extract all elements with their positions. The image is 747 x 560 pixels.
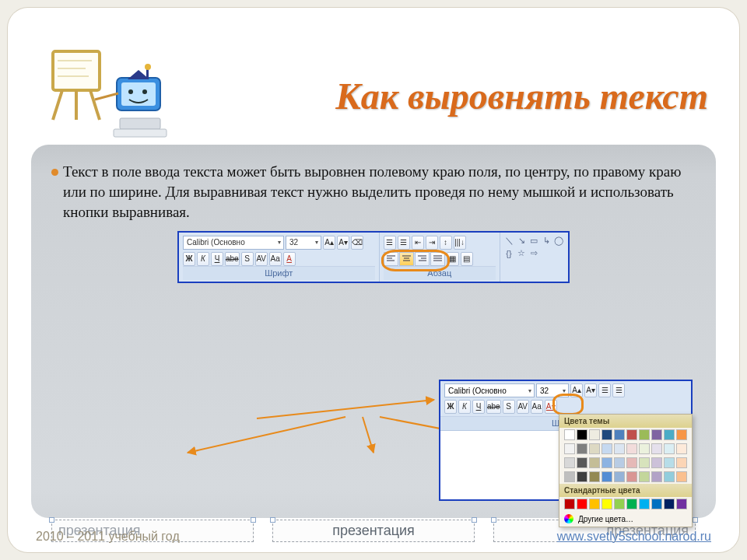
shape-arrow-icon[interactable]: ↘ xyxy=(516,236,527,247)
color-swatch[interactable] xyxy=(564,499,575,509)
columns-button[interactable]: ▦ xyxy=(447,252,459,266)
shadow-button[interactable]: S xyxy=(241,252,254,266)
footer-year: 2010 – 2011 учебный год xyxy=(36,530,180,544)




mini-shadow[interactable]: S xyxy=(503,400,515,414)
bullet-dot-icon xyxy=(51,169,58,176)
word-ribbon-screenshot: Calibri (Основно 32 A▴ A▾ ⌫ Ж К Ч abe S … xyxy=(177,231,570,283)
mini-underline[interactable]: Ч xyxy=(472,400,485,414)
grow-font-button[interactable]: A▴ xyxy=(323,236,335,250)
mini-spacing[interactable]: AV xyxy=(517,400,529,414)
shapes-group: ＼ ↘ ▭ ↳ ◯ {} ☆ ⇨ xyxy=(500,233,568,282)
slide-header: Как выровнять текст xyxy=(8,8,739,142)
svg-rect-11 xyxy=(146,68,149,79)
color-swatch[interactable] xyxy=(601,429,612,440)
color-swatch[interactable] xyxy=(577,499,587,509)
bullet-1-text: Текст в поле ввода текста может быть выр… xyxy=(63,162,696,223)
slide-title: Как выровнять текст xyxy=(335,75,708,117)
mini-size-combo[interactable]: 32 xyxy=(536,383,569,397)
mini-case[interactable]: Aa xyxy=(531,400,543,414)
align-left-button[interactable] xyxy=(384,252,398,266)
color-swatch[interactable] xyxy=(651,429,662,440)
indent-inc-button[interactable]: ⇥ xyxy=(426,236,438,250)
mini-grow-font[interactable]: A▴ xyxy=(570,383,583,397)
clear-format-button[interactable]: ⌫ xyxy=(351,236,363,250)
color-header-standard: Стандартные цвета xyxy=(559,484,692,497)
shape-oval-icon[interactable]: ◯ xyxy=(553,236,564,247)
char-spacing-button[interactable]: AV xyxy=(255,252,268,266)
color-swatch[interactable] xyxy=(626,429,637,440)
change-case-button[interactable]: Aa xyxy=(269,252,282,266)
footer-link[interactable]: www.svetly5school.narod.ru xyxy=(557,530,711,544)
color-swatch[interactable] xyxy=(651,499,662,509)
italic-button[interactable]: К xyxy=(197,252,209,266)
color-swatch[interactable] xyxy=(614,429,625,440)
slide-footer: 2010 – 2011 учебный год www.svetly5schoo… xyxy=(8,521,739,552)
mini-screenshot: Calibri (Основно 32 A▴ A▾ ☰ ☰ Ж К Ч abe … xyxy=(439,380,693,501)
theme-shades-2 xyxy=(559,456,692,470)
teacher-clipart xyxy=(47,45,171,146)
color-swatch[interactable] xyxy=(664,429,675,440)
color-swatch[interactable] xyxy=(564,429,575,440)
svg-rect-0 xyxy=(53,51,100,90)
bold-button[interactable]: Ж xyxy=(183,252,195,266)
mini-strike[interactable]: abe xyxy=(486,400,501,414)
color-swatch[interactable] xyxy=(664,499,675,509)
bullets-button[interactable]: ☰ xyxy=(384,236,396,250)
mini-numbering[interactable]: ☰ xyxy=(612,383,625,397)
line-spacing-button[interactable]: ↕ xyxy=(440,236,452,250)
color-swatch[interactable] xyxy=(589,499,600,509)
color-swatch[interactable] xyxy=(639,429,650,440)
slide-body: Текст в поле ввода текста может быть выр… xyxy=(31,145,716,518)
standard-color-row xyxy=(559,497,692,511)
shrink-font-button[interactable]: A▾ xyxy=(337,236,349,250)
shape-rect-icon[interactable]: ▭ xyxy=(528,236,539,247)
svg-rect-14 xyxy=(114,129,167,137)
mini-italic[interactable]: К xyxy=(458,400,471,414)
align-right-button[interactable] xyxy=(415,252,430,266)
align-group xyxy=(384,252,445,266)
mini-font-color-button[interactable]: A▾ xyxy=(545,400,557,414)
shape-line-icon[interactable]: ＼ xyxy=(503,236,514,247)
mini-bold[interactable]: Ж xyxy=(444,400,457,414)
text-direction-button[interactable]: |||↓ xyxy=(454,236,466,250)
underline-button[interactable]: Ч xyxy=(211,252,223,266)
theme-color-row xyxy=(559,428,692,442)
align-justify-button[interactable] xyxy=(430,252,445,266)
indent-dec-button[interactable]: ⇤ xyxy=(412,236,424,250)
theme-shades xyxy=(559,442,692,456)
mini-shrink-font[interactable]: A▾ xyxy=(584,383,597,397)
numbering-button[interactable]: ☰ xyxy=(398,236,410,250)
shape-star-icon[interactable]: ☆ xyxy=(516,248,527,259)
color-swatch[interactable] xyxy=(676,499,687,509)
color-swatch[interactable] xyxy=(626,499,637,509)
svg-point-12 xyxy=(145,64,151,70)
para-group-label: Абзац xyxy=(384,266,496,280)
align-center-button[interactable] xyxy=(399,252,414,266)
color-swatch[interactable] xyxy=(639,499,650,509)
shape-elbow-icon[interactable]: ↳ xyxy=(541,236,552,247)
svg-point-10 xyxy=(142,89,147,94)
bullet-1: Текст в поле ввода текста может быть выр… xyxy=(51,162,696,223)
color-dropdown[interactable]: Цвета темы Стандартные цвета Другие цвет… xyxy=(559,414,693,527)
font-color-button[interactable]: A xyxy=(283,252,296,266)
mini-bullets[interactable]: ☰ xyxy=(598,383,611,397)
color-swatch[interactable] xyxy=(601,499,612,509)
color-arrow xyxy=(257,395,451,442)
theme-shades-3 xyxy=(559,470,692,484)
color-swatch[interactable] xyxy=(577,429,587,440)
strike-button[interactable]: abe xyxy=(225,252,240,266)
svg-line-5 xyxy=(90,90,100,120)
color-swatch[interactable] xyxy=(589,429,600,440)
svg-line-4 xyxy=(53,90,62,120)
shape-arrow2-icon[interactable]: ⇨ xyxy=(528,248,539,259)
font-size-combo[interactable]: 32 xyxy=(286,236,321,250)
color-header-theme: Цвета темы xyxy=(559,415,692,428)
color-swatch[interactable] xyxy=(614,499,625,509)
color-swatch[interactable] xyxy=(676,429,687,440)
smartart-button[interactable]: ▤ xyxy=(461,252,473,266)
font-group-label: Шрифт xyxy=(183,266,375,280)
font-name-combo[interactable]: Calibri (Основно xyxy=(183,236,284,250)
shape-brace-icon[interactable]: {} xyxy=(503,248,514,259)
mini-font-combo[interactable]: Calibri (Основно xyxy=(444,383,535,397)
slide: Как выровнять текст Текст в поле ввода т… xyxy=(8,8,739,552)
